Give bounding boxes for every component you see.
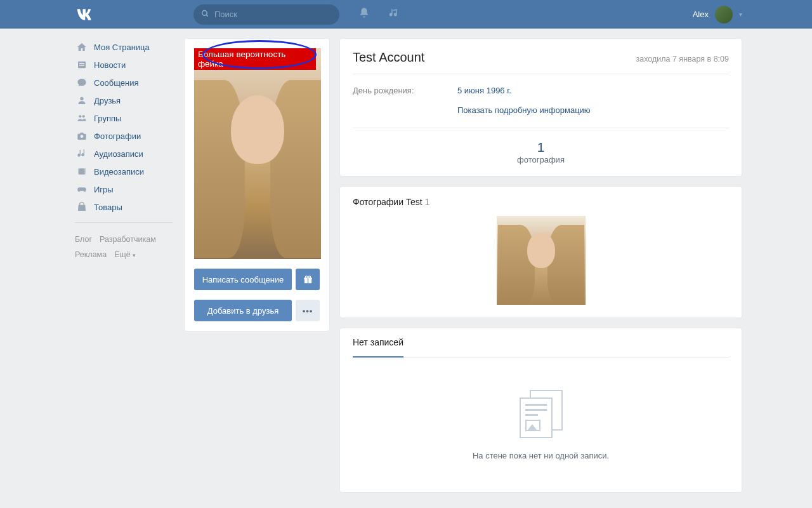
photos-title[interactable]: Фотографии Test1	[353, 197, 729, 207]
wall-tab-empty[interactable]: Нет записей	[353, 337, 403, 358]
music-icon[interactable]	[389, 8, 400, 22]
counter-label: фотография	[353, 155, 729, 164]
nav-label: Товары	[94, 203, 122, 212]
news-icon	[75, 60, 89, 70]
audio-icon	[75, 149, 89, 159]
send-message-button[interactable]: Написать сообщение	[194, 269, 292, 290]
user-name: Alex	[693, 10, 709, 19]
info-card: Test Account заходила 7 января в 8:09 Де…	[339, 38, 742, 177]
sidebar: Моя Страница Новости Сообщения Друзья Гр…	[70, 38, 184, 502]
svg-point-7	[82, 115, 85, 117]
counter-number: 1	[353, 140, 729, 155]
search-input[interactable]	[214, 10, 332, 19]
svg-point-15	[305, 276, 307, 277]
fake-warning-banner: Большая вероятность фейка	[194, 48, 316, 70]
nav-label: Новости	[94, 60, 126, 70]
svg-point-5	[80, 97, 83, 100]
camera-icon	[75, 131, 89, 141]
header: Alex ▾	[0, 0, 812, 29]
svg-rect-11	[84, 168, 86, 174]
nav-friends[interactable]: Друзья	[70, 91, 178, 109]
svg-rect-10	[78, 168, 79, 174]
nav-label: Игры	[94, 185, 114, 194]
nav-groups[interactable]: Группы	[70, 109, 178, 127]
nav-label: Друзья	[94, 96, 121, 105]
nav-audio[interactable]: Аудиозаписи	[70, 145, 178, 163]
photo-thumbnail[interactable]	[497, 216, 586, 305]
svg-point-0	[202, 10, 207, 15]
add-friend-button[interactable]: Добавить в друзья	[194, 300, 292, 321]
empty-wall-icon	[520, 390, 563, 438]
nav-news[interactable]: Новости	[70, 56, 178, 74]
more-actions-button[interactable]: •••	[296, 300, 320, 321]
nav-games[interactable]: Игры	[70, 180, 178, 198]
footer-more[interactable]: Ещё ▾	[114, 250, 136, 259]
separator	[75, 222, 173, 223]
svg-point-6	[79, 115, 81, 117]
gamepad-icon	[75, 184, 89, 194]
nav-label: Группы	[94, 114, 121, 123]
user-menu[interactable]: Alex ▾	[693, 6, 742, 23]
send-gift-button[interactable]	[296, 269, 320, 290]
nav-market[interactable]: Товары	[70, 198, 178, 216]
nav-label: Моя Страница	[94, 43, 150, 52]
svg-rect-4	[79, 65, 84, 65]
empty-wall-text: На стене пока нет ни одной записи.	[353, 451, 729, 460]
photo-counter[interactable]: 1 фотография	[353, 128, 729, 164]
chevron-down-icon: ▾	[133, 252, 136, 258]
profile-photo[interactable]	[194, 48, 321, 259]
bday-label: День рождения:	[353, 86, 457, 95]
search-icon	[201, 10, 209, 20]
footer-dev[interactable]: Разработчикам	[100, 235, 156, 244]
nav-label: Фотографии	[94, 131, 141, 141]
svg-rect-14	[307, 277, 308, 283]
photos-card: Фотографии Test1	[339, 186, 742, 318]
notifications-icon[interactable]	[358, 7, 370, 22]
nav-photos[interactable]: Фотографии	[70, 127, 178, 145]
search-box[interactable]	[193, 4, 339, 25]
footer-links: БлогРазработчикам РекламаЕщё ▾	[70, 229, 178, 266]
home-icon	[75, 42, 89, 52]
vk-logo[interactable]	[70, 5, 187, 24]
show-more-info[interactable]: Показать подробную информацию	[457, 105, 591, 115]
svg-point-16	[308, 276, 310, 277]
nav-video[interactable]: Видеозаписи	[70, 163, 178, 180]
nav-messages[interactable]: Сообщения	[70, 74, 178, 91]
svg-point-8	[81, 135, 84, 138]
groups-icon	[75, 113, 89, 123]
last-seen: заходила 7 января в 8:09	[636, 55, 729, 64]
svg-line-1	[206, 15, 208, 17]
chevron-down-icon: ▾	[739, 11, 742, 18]
bag-icon	[75, 202, 89, 212]
message-icon	[75, 77, 89, 88]
footer-blog[interactable]: Блог	[75, 235, 92, 244]
nav-label: Видеозаписи	[94, 167, 144, 177]
avatar	[715, 6, 733, 23]
profile-card: Большая вероятность фейка Написать сообщ…	[184, 38, 330, 331]
footer-ads[interactable]: Реклама	[75, 250, 107, 259]
bday-value[interactable]: 5 июня 1996 г.	[457, 86, 511, 95]
nav-my-page[interactable]: Моя Страница	[70, 38, 178, 56]
nav-label: Аудиозаписи	[94, 149, 143, 159]
profile-name: Test Account	[353, 50, 424, 65]
nav-label: Сообщения	[94, 78, 139, 88]
photos-count: 1	[425, 197, 430, 207]
video-icon	[75, 166, 89, 177]
svg-rect-3	[79, 63, 84, 64]
friends-icon	[75, 95, 89, 105]
wall-card: Нет записей На стене пока нет ни одной з…	[339, 328, 742, 493]
